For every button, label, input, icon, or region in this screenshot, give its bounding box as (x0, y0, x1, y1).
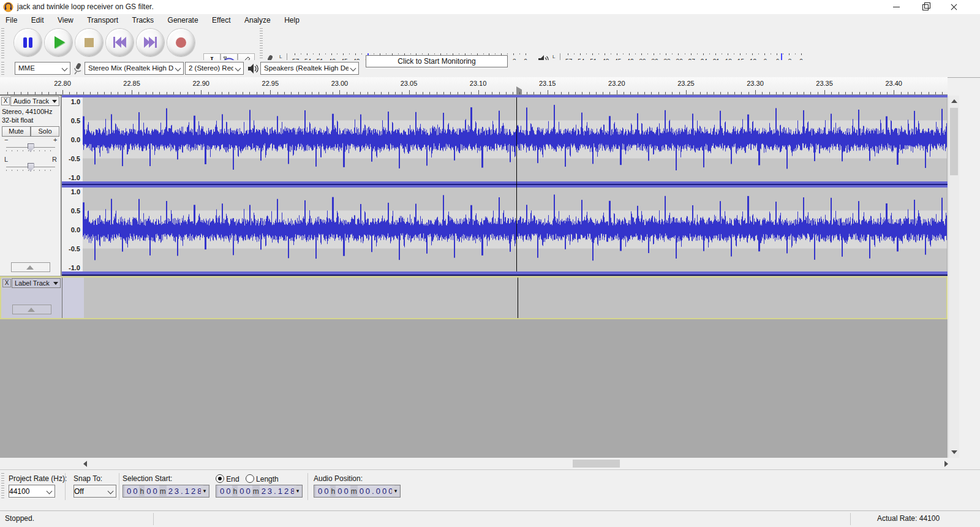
menubar: File Edit View Transport Tracks Generate… (0, 14, 980, 27)
vertical-scrollbar[interactable] (948, 96, 959, 458)
menu-file[interactable]: File (0, 14, 23, 25)
ruler-tick (700, 92, 701, 94)
scroll-right-arrow-icon[interactable] (944, 461, 948, 467)
menu-tracks[interactable]: Tracks (127, 14, 160, 25)
close-track-button[interactable]: X (1, 97, 10, 105)
skip-to-start-button[interactable] (106, 29, 134, 56)
time-digits[interactable]: 23.128 (167, 485, 204, 496)
menu-generate[interactable]: Generate (162, 14, 204, 25)
amplitude-scale-label: -1.0 (69, 264, 80, 271)
snap-to-select[interactable]: Off (74, 485, 116, 498)
meter-toolbar-grip[interactable] (260, 28, 263, 58)
selection-toolbar-grip[interactable] (1, 473, 4, 500)
project-rate-select[interactable]: 44100 (9, 485, 55, 498)
meter-tick (685, 53, 685, 55)
vertical-scroll-thumb[interactable] (950, 108, 958, 175)
mute-button[interactable]: Mute (2, 126, 31, 137)
pause-button[interactable] (14, 29, 42, 56)
record-button[interactable] (167, 29, 195, 56)
audio-track-name-menu[interactable]: Audio Track (10, 96, 59, 106)
waveform-right-channel[interactable] (83, 188, 947, 271)
meter-tick (777, 53, 777, 55)
scroll-up-arrow-icon[interactable] (951, 99, 957, 103)
time-digits[interactable]: 00 (238, 485, 252, 496)
horizontal-scrollbar[interactable] (0, 458, 980, 469)
menu-analyze[interactable]: Analyze (239, 14, 276, 25)
ruler-tick (347, 92, 347, 94)
menu-help[interactable]: Help (279, 14, 305, 25)
meter-tick (728, 53, 728, 55)
waveform-left-channel[interactable] (83, 97, 947, 181)
snap-to-label: Snap To: (74, 474, 102, 483)
restore-button[interactable] (911, 0, 939, 14)
meter-tick (355, 53, 356, 55)
collapse-label-track-button[interactable] (12, 305, 51, 314)
end-radio-label[interactable]: End (226, 475, 239, 483)
minimize-button[interactable] (882, 0, 910, 14)
audio-track-panel[interactable]: X Audio Track Stereo, 44100Hz 32-bit flo… (0, 96, 61, 276)
playback-device-select[interactable]: Speakers (Realtek High Defin (260, 62, 359, 75)
timeline-ruler[interactable]: 22.8022.8522.9022.9523.0023.0523.1023.15… (0, 77, 948, 95)
time-digits[interactable]: 00 (218, 485, 232, 496)
ruler-tick (783, 92, 783, 94)
menu-transport[interactable]: Transport (81, 14, 124, 25)
device-toolbar-grip[interactable] (1, 62, 4, 75)
ruler-tick (596, 92, 597, 94)
scroll-down-arrow-icon[interactable] (951, 450, 957, 454)
menu-view[interactable]: View (52, 14, 79, 25)
ruler-tick (353, 92, 354, 94)
toolbar-divider (119, 473, 119, 500)
ruler-tick (762, 92, 763, 94)
length-radio-label[interactable]: Length (256, 475, 279, 483)
collapse-track-button[interactable] (11, 262, 50, 272)
time-digits[interactable]: 23.128 (260, 485, 297, 496)
stop-button[interactable] (75, 29, 103, 56)
gain-slider[interactable] (6, 142, 55, 153)
audio-host-select[interactable]: MME (15, 62, 70, 75)
ruler-tick (527, 92, 527, 94)
time-format-dropdown-arrow-icon[interactable]: ▾ (392, 486, 399, 496)
horizontal-scroll-thumb[interactable] (573, 460, 620, 468)
time-digits[interactable]: 00 (336, 485, 350, 496)
time-digits[interactable]: 00 (125, 485, 139, 496)
menu-effect[interactable]: Effect (206, 14, 236, 25)
meter-tick (507, 53, 508, 55)
ruler-time-label: 22.95 (262, 80, 279, 87)
ruler-tick (236, 92, 236, 94)
meter-tick (434, 53, 435, 55)
amplitude-scale-label: 0.0 (71, 136, 80, 143)
pan-slider[interactable] (6, 162, 55, 173)
time-format-dropdown-arrow-icon[interactable]: ▾ (294, 486, 301, 496)
play-button[interactable] (45, 29, 72, 56)
skip-to-end-button[interactable] (137, 29, 164, 56)
selection-end-field[interactable]: 00h00m23.128s▾ (216, 485, 303, 498)
label-track-panel[interactable]: X Label Track (1, 278, 62, 318)
close-label-track-button[interactable]: X (2, 279, 11, 287)
selection-start-field[interactable]: 00h00m23.128s▾ (123, 485, 209, 498)
ruler-tick (48, 92, 49, 94)
audio-position-field[interactable]: 00h00m00.000s▾ (314, 485, 401, 498)
transport-toolbar-grip[interactable] (1, 28, 4, 58)
time-digits[interactable]: 00 (316, 485, 330, 496)
meter-tick (783, 53, 783, 55)
meter-tick (422, 53, 423, 55)
ruler-tick (831, 92, 832, 94)
end-radio[interactable] (216, 474, 224, 483)
scroll-left-arrow-icon[interactable] (83, 461, 87, 467)
chevron-down-icon (47, 488, 53, 495)
meter-tick (398, 53, 399, 55)
label-track[interactable]: X Label Track (0, 276, 948, 319)
close-button[interactable] (940, 0, 968, 14)
label-track-name-menu[interactable]: Label Track (12, 278, 61, 288)
menu-edit[interactable]: Edit (26, 14, 50, 25)
recording-device-select[interactable]: Stereo Mix (Realtek High Defi (85, 62, 184, 75)
recording-channels-select[interactable]: 2 (Stereo) Recordi (185, 62, 244, 75)
track-bitdepth-info: 32-bit float (2, 116, 33, 124)
time-digits[interactable]: 00.000 (358, 485, 395, 496)
ruler-tick (249, 92, 250, 94)
length-radio[interactable] (246, 474, 254, 483)
solo-button[interactable]: Solo (31, 126, 59, 137)
meter-tick (764, 53, 765, 55)
time-digits[interactable]: 00 (145, 485, 159, 496)
time-format-dropdown-arrow-icon[interactable]: ▾ (201, 486, 208, 496)
